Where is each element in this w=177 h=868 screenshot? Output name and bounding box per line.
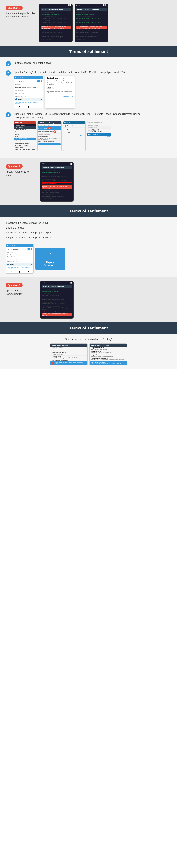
- dialog-buttons: CANCEL OK: [45, 95, 75, 98]
- bt-device1[interactable]: 小米手机(auto)[34:80:B3:04:5E:58]: [87, 128, 111, 133]
- step3-number: 3: [6, 112, 11, 117]
- faster-badge: 1: [52, 362, 54, 365]
- step1-number: 1: [6, 61, 11, 66]
- phone2-version: Adapter Version The firmware version of …: [76, 34, 107, 37]
- faster-conn-type[interactable]: Connection type: [50, 349, 87, 351]
- solution-screenshots: Bluetooth Turn on Bluetooth Sensors Unpa…: [6, 244, 171, 274]
- section-question1: Question 1 If you meet the problem like …: [0, 0, 177, 46]
- steps-section-1: 1 Exit the software, and enter it again …: [0, 57, 177, 158]
- torque-engine-label: Engine Monitoring: [14, 124, 36, 126]
- phone1-version: Adapter Version The firmware version of …: [41, 34, 71, 37]
- obd2-faster-comm[interactable]: Faster communication ⚙: [37, 143, 61, 145]
- sol-bt-toggle-switch[interactable]: [27, 248, 32, 250]
- torque-app-screen: TORQUE Engine Monitoring Torque Settings…: [14, 121, 36, 151]
- question3-bubble: Question 3: [6, 283, 23, 287]
- conn-wifi-option[interactable]: WiFi: [64, 128, 85, 131]
- step2-content: Open the "setting" of your android,and s…: [14, 70, 171, 108]
- torque-settings-row: Torque Settings: [14, 126, 36, 129]
- phone2-bt-enabled: Bluetooth Enabled Bluetooth is currently…: [76, 12, 107, 15]
- conn-bluetooth-option[interactable]: Bluetooth: [64, 124, 85, 128]
- faster-notes: Adapter Notes Additional info about the …: [90, 354, 127, 357]
- q3-notes: Adapter Notes Additional info about the …: [42, 301, 72, 305]
- step2-text: Open the "setting" of your android,and s…: [14, 70, 171, 74]
- dialog-body: PIN contains letters or symbols. You may…: [45, 79, 75, 95]
- q2-phone-screen: Adapter Status Information Bluetooth Ena…: [41, 165, 73, 201]
- bt-header: Bluetooth: [14, 76, 43, 79]
- terms3-section: Choose faster communication in "setting"…: [0, 334, 177, 369]
- dialog-ok-button[interactable]: OK: [71, 96, 73, 97]
- obd2-settings-header: OBD2 Adapter Settings: [37, 121, 61, 124]
- dialog-title: Bluetooth pairing request: [45, 76, 75, 79]
- torque-themes[interactable]: Themes: [14, 131, 36, 133]
- faster-screenshots: OBD2 Adapter Settings Connection setting…: [6, 343, 171, 365]
- sol-search-link[interactable]: Can't find target device? New bluetooth …: [6, 266, 33, 270]
- torque-dash-install[interactable]: Dash Installation settings: [14, 142, 36, 144]
- conn-cancel-row: CANCEL: [64, 134, 85, 137]
- torque-manage-alarms[interactable]: Manage Alarms: [14, 147, 36, 149]
- faster-comm-status: Faster communication Enables faster comm…: [90, 361, 127, 365]
- q2-phone-status: 12:00▌▌▌: [41, 162, 73, 165]
- phone1-notes: Adapter Notes: [41, 38, 71, 40]
- faster-bt-device[interactable]: Choose Bluetooth Device: [50, 351, 87, 353]
- question1-bubble: Question 1: [6, 6, 23, 10]
- obd2-bt-device[interactable]: Choose Bluetooth Device 5: [37, 130, 61, 133]
- sol-currently-playing: Currently playing: [6, 258, 33, 260]
- step3-content: Open your Torque---setting---OBD2 Adapte…: [14, 112, 171, 151]
- faster-adapter-header: Adapter Status Information: [90, 344, 127, 347]
- step3-text: Open your Torque---setting---OBD2 Adapte…: [14, 112, 171, 119]
- conn-usb-option[interactable]: USB: [64, 131, 85, 134]
- conn-type-header: Bluetooth: [64, 121, 85, 124]
- bt-search-link[interactable]: Can't find target device? New bluetooth …: [14, 101, 43, 105]
- obd2-conn-type-selected[interactable]: Connection type 4: [37, 126, 61, 130]
- step1-text: Exit the software, and enter it again: [14, 61, 171, 65]
- step3-screenshots: TORQUE Engine Monitoring Torque Settings…: [14, 121, 171, 151]
- phone2-error-count: Adapter Error Count This should stay at …: [76, 24, 107, 29]
- torque-header: TORQUE: [14, 121, 36, 124]
- phone2-conn-ecu: Connection to ECU The adapter talks OK t…: [76, 20, 107, 23]
- q2-conn-adapter: Connection to adapter The adapter talks …: [42, 174, 72, 178]
- phone1-status: 12:00▌▌▌: [40, 4, 72, 6]
- q3-bt-enabled: Bluetooth Enabled Bluetooth is currently…: [42, 289, 72, 292]
- torque-units[interactable]: Units: [14, 135, 36, 137]
- terms-header-1: Terms of settlement: [0, 46, 177, 57]
- terms3-instruction: Choose faster communication in "setting": [6, 338, 171, 341]
- bt-device2-selected[interactable]: OBDII [AA:BB:CC:11:22:33]: [87, 133, 111, 136]
- conn-cancel-button[interactable]: CANCEL: [79, 135, 84, 136]
- bt-obd-device[interactable]: 🔵 OBD II ⚙: [14, 98, 43, 101]
- phone1-title: Adapter Status Information: [41, 8, 71, 11]
- bt-select-cancel-row: CANCEL: [87, 136, 111, 138]
- step2-item: 2 Open the "setting" of your android,and…: [6, 70, 171, 108]
- section-question3: Question 3 Appear "Faster Communication"…: [0, 277, 177, 322]
- sol-obd-device[interactable]: 🔵 OBD II ⚙: [6, 263, 33, 266]
- phone1-bt-enabled: Bluetooth Enabled Bluetooth is currently…: [41, 12, 71, 15]
- bt-toggle-row: Turn on Bluetooth: [14, 79, 43, 83]
- torque-prefs[interactable]: General Preferences: [14, 129, 36, 131]
- phone2-manufacturer: Adapter Manufacturer The firmware vendor…: [76, 30, 107, 33]
- torque-logging[interactable]: Data Logging & Upload: [14, 140, 36, 142]
- torque-adapter-settings[interactable]: OBD Adapter Settings: [14, 137, 36, 140]
- bt-status-label: Currently playing: [87, 126, 111, 128]
- torque-manage-pro[interactable]: Manage pro/OBD/Generic Sensors: [14, 149, 36, 151]
- solution-item-2: 2. Exit the Torque: [6, 225, 171, 230]
- bt-select-cancel-button[interactable]: CANCEL: [105, 136, 110, 137]
- dialog-cancel-button[interactable]: CANCEL: [63, 96, 69, 97]
- faster-adapter-screen: Adapter Status Information Adapter Manuf…: [90, 343, 127, 365]
- torque-speech[interactable]: Speech/Alarm Settings: [14, 144, 36, 147]
- q2-phone-title: Adapter Status Information: [42, 166, 72, 169]
- sol-bt-screen: Bluetooth Turn on Bluetooth Sensors Unpa…: [6, 244, 33, 274]
- bt-nav-buttons: ◀⬤▮: [14, 105, 43, 108]
- conn-type-screen: Bluetooth Bluetooth WiFi USB CANCEL: [63, 121, 85, 151]
- question2-bubble: Question 2: [6, 164, 23, 168]
- q3-phone-title: Adapter Status Information: [42, 285, 72, 288]
- sol-visibility-value: Unpair: [6, 254, 33, 256]
- faster-comm-highlight-row[interactable]: 1 Faster communication - Enable faster c…: [50, 362, 87, 365]
- phone1-mockup: 12:00▌▌▌ Adapter Status Information Blue…: [39, 4, 73, 42]
- phone2-mockup: 12:00▌▌▌ Adapter Status Information Blue…: [75, 4, 108, 42]
- phone1-conn-ecu: Connection to ECU The adapter talks OK t…: [41, 20, 71, 23]
- solution-list: 1. open your bluetooth,unpair the OBDII.…: [6, 221, 171, 240]
- bt-toggle[interactable]: [37, 80, 42, 82]
- sol-currently-pairing: Currently pairing: [6, 256, 33, 258]
- faster-mfr: Adapter Manufacturer Who made this OBD a…: [90, 347, 127, 350]
- faster-mpg: Enhanced MPG Calculation Helps the OBD c…: [90, 357, 127, 361]
- torque-plugins[interactable]: Plugins: [14, 133, 36, 135]
